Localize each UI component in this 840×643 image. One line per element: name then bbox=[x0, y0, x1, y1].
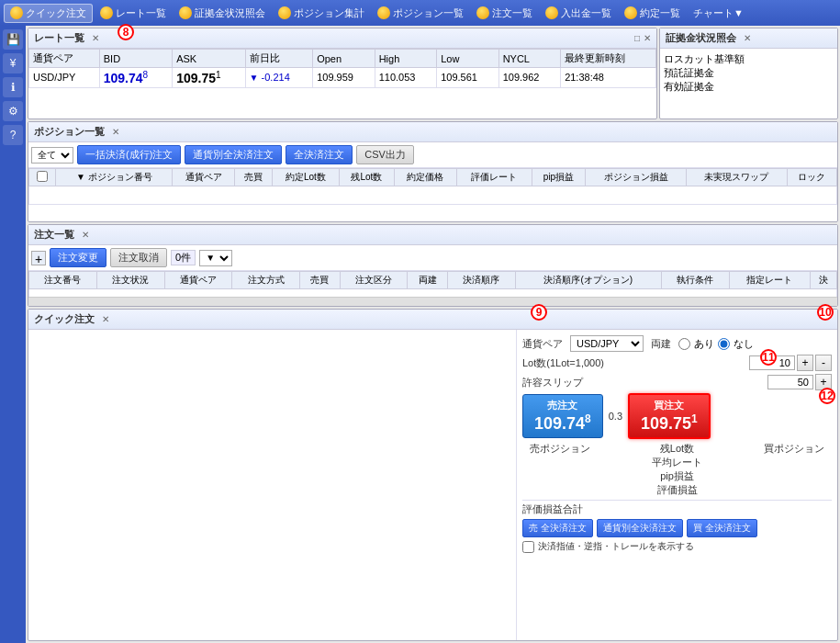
sidebar-settings-icon[interactable]: ⚙ bbox=[3, 101, 23, 121]
shoken-deposit: 預託証拠金 bbox=[664, 66, 834, 80]
col-ask: ASK bbox=[173, 50, 245, 68]
order-filter-select[interactable]: ▼ bbox=[199, 250, 232, 266]
pos-col-profit: ポジション損益 bbox=[586, 169, 687, 186]
lot-minus-btn[interactable]: - bbox=[815, 355, 832, 371]
nav-position-summary[interactable]: ポジション集計 bbox=[273, 5, 370, 22]
qo-position-summary: 売ポジション 残Lot数 平均レート pip損益 評価損益 買ポジション bbox=[522, 442, 832, 497]
qo-pair-row: 通貨ペア USD/JPY 両建 あり なし bbox=[522, 335, 832, 352]
order-empty-row bbox=[29, 289, 837, 298]
nav-order-list[interactable]: 注文一覧 bbox=[471, 5, 538, 22]
ord-col-settle-opt: 決済順序(オプション) bbox=[515, 272, 661, 289]
col-time: 最終更新時刻 bbox=[561, 50, 656, 68]
sell-settle-btn[interactable]: 売 全決済注文 bbox=[522, 519, 593, 537]
rate-nycl: 109.962 bbox=[498, 68, 560, 88]
panel-max[interactable]: ✕ bbox=[644, 33, 651, 43]
order-close[interactable]: ✕ bbox=[82, 230, 89, 240]
order-change-btn[interactable]: 注文変更 bbox=[50, 248, 106, 267]
csv-btn[interactable]: CSV出力 bbox=[356, 145, 414, 164]
ord-col-exec: 執行条件 bbox=[661, 272, 729, 289]
nav-contract[interactable]: 約定一覧 bbox=[619, 5, 686, 22]
change-arrow: ▼ bbox=[250, 73, 259, 83]
nav-position-list[interactable]: ポジション一覧 bbox=[372, 5, 469, 22]
col-bid: BID bbox=[99, 50, 172, 68]
sell-order-btn[interactable]: 売注文 109.748 bbox=[522, 394, 603, 438]
pos-col-pair: 通貨ペア bbox=[173, 169, 235, 186]
sidebar-save-icon[interactable]: 💾 bbox=[3, 29, 23, 50]
show-orders-label: 決済指値・逆指・トレールを表示する bbox=[538, 540, 694, 553]
main-content: 8 レート一覧 ✕ □ ✕ 通貨ペア BID ASK bbox=[26, 26, 840, 643]
pos-col-buysell: 売買 bbox=[235, 169, 272, 186]
pos-col-checkbox bbox=[29, 169, 56, 186]
sidebar-help-icon[interactable]: ? bbox=[3, 125, 23, 145]
position-table-container: ▼ ポジション番号 通貨ペア 売買 約定Lot数 残Lot数 約定価格 評価レー… bbox=[28, 168, 837, 221]
bid-main: 109.74 bbox=[104, 71, 143, 85]
pos-empty-row bbox=[29, 186, 837, 205]
position-filter-select[interactable]: 全て bbox=[31, 147, 73, 164]
lot-plus-btn[interactable]: + bbox=[797, 355, 813, 371]
rate-time: 21:38:48 bbox=[561, 68, 656, 88]
section-12-badge: 12 bbox=[819, 388, 835, 404]
position-toolbar: 全て 一括決済(成行)注文 通貨別全決済注文 全決済注文 CSV出力 bbox=[28, 142, 837, 168]
rate-high: 110.053 bbox=[375, 68, 436, 88]
buy-settle-btn[interactable]: 買 全決済注文 bbox=[687, 519, 757, 537]
all-settle-btn[interactable]: 通貨別全決済注文 bbox=[185, 145, 282, 164]
rate-row: USD/JPY 109.748 109.751 ▼ -0.214 bbox=[29, 68, 656, 88]
show-orders-checkbox[interactable] bbox=[522, 541, 534, 553]
ord-col-hedge: 両建 bbox=[408, 272, 448, 289]
shoken-loscut: ロスカット基準額 bbox=[664, 52, 834, 66]
pair-select[interactable]: USD/JPY bbox=[570, 335, 644, 352]
ryodate-ari-radio[interactable] bbox=[678, 338, 690, 350]
pos-col-price: 約定価格 bbox=[394, 169, 456, 186]
pos-data-col: 残Lot数 平均レート pip損益 評価損益 bbox=[601, 442, 753, 497]
quick-order-body: 通貨ペア USD/JPY 両建 あり なし 11 bbox=[28, 330, 837, 640]
nav-circle-icon bbox=[278, 6, 291, 19]
buy-main: 109.75 bbox=[641, 414, 691, 433]
section-9-badge: 9 bbox=[531, 304, 547, 321]
rate-panel-close[interactable]: ✕ bbox=[92, 33, 99, 43]
rate-low: 109.561 bbox=[437, 68, 498, 88]
nav-circle-icon bbox=[179, 6, 192, 19]
order-cancel-btn[interactable]: 注文取消 bbox=[110, 248, 167, 267]
bid-sup: 8 bbox=[143, 70, 149, 80]
position-close[interactable]: ✕ bbox=[112, 127, 119, 137]
section-11-badge: 11 bbox=[760, 349, 777, 366]
col-pair: 通貨ペア bbox=[29, 50, 100, 68]
pos-select-all[interactable] bbox=[37, 171, 48, 182]
ord-col-pair: 通貨ペア bbox=[164, 272, 232, 289]
nav-shoken[interactable]: 証拠金状況照会 bbox=[174, 5, 271, 22]
top-navigation: クイック注文 レート一覧 証拠金状況照会 ポジション集計 ポジション一覧 注文一… bbox=[0, 0, 840, 26]
col-change: 前日比 bbox=[245, 50, 313, 68]
buy-pos-col: 買ポジション bbox=[756, 442, 832, 497]
ask-sup: 1 bbox=[216, 70, 221, 80]
buy-order-btn[interactable]: 買注文 109.751 bbox=[628, 393, 711, 439]
rate-table-container: 通貨ペア BID ASK 前日比 Open High Low NYCL 最終更新… bbox=[28, 49, 656, 118]
pos-row-lot: 残Lot数 bbox=[601, 442, 753, 456]
ord-col-buysell: 売買 bbox=[300, 272, 341, 289]
position-panel-title: ポジション一覧 bbox=[34, 125, 105, 139]
ryodate-ari-label: あり bbox=[694, 337, 714, 351]
ryodate-nashi-label: なし bbox=[734, 337, 754, 351]
qo-footer-row: 決済指値・逆指・トレールを表示する bbox=[522, 540, 832, 553]
order-hscroll[interactable] bbox=[28, 297, 837, 306]
nav-rate-list[interactable]: レート一覧 bbox=[95, 5, 172, 22]
lot-label: Lot数(1Lot=1,000) bbox=[522, 356, 604, 370]
slip-input[interactable] bbox=[767, 375, 813, 389]
currency-settle-btn[interactable]: 通貨別全決済注文 bbox=[597, 519, 683, 537]
ryodate-nashi-radio[interactable] bbox=[718, 338, 730, 350]
qo-bottom-btns: 売 全決済注文 通貨別全決済注文 買 全決済注文 bbox=[522, 519, 832, 537]
panel-minimize[interactable]: □ bbox=[634, 33, 640, 43]
sidebar-yen-icon[interactable]: ¥ bbox=[3, 53, 23, 73]
order-add-btn[interactable]: + bbox=[31, 251, 46, 265]
sidebar-info-icon[interactable]: ℹ bbox=[3, 77, 23, 97]
qo-form: 通貨ペア USD/JPY 両建 あり なし 11 bbox=[516, 330, 837, 640]
quick-order-close[interactable]: ✕ bbox=[102, 314, 109, 324]
nav-quick-order[interactable]: クイック注文 bbox=[4, 4, 93, 23]
nav-chart[interactable]: チャート▼ bbox=[688, 5, 749, 22]
shoken-close[interactable]: ✕ bbox=[744, 33, 751, 43]
nav-deposit[interactable]: 入出金一覧 bbox=[540, 5, 617, 22]
full-settle-btn[interactable]: 全決済注文 bbox=[286, 145, 353, 164]
ikkatsu-settle-btn[interactable]: 一括決済(成行)注文 bbox=[77, 145, 181, 164]
spread-value: 0.3 bbox=[609, 411, 622, 422]
nav-circle-icon bbox=[377, 6, 390, 19]
order-table-container: 注文番号 注文状況 通貨ペア 注文方式 売買 注文区分 両建 決済順序 決済順序… bbox=[28, 271, 837, 297]
